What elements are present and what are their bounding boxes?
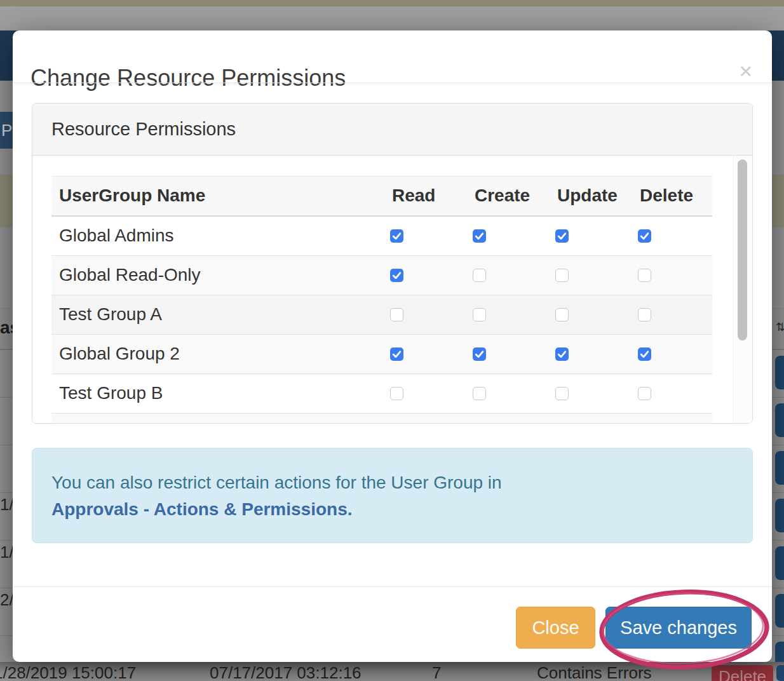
- checkbox-delete[interactable]: [638, 347, 651, 361]
- change-resource-permissions-modal: Change Resource Permissions ✕ Resource P…: [13, 30, 772, 662]
- info-alert-line2: Approvals - Actions & Permissions.: [51, 496, 733, 523]
- background-date-fragment: 1/: [0, 543, 14, 562]
- resource-permissions-panel: Resource Permissions UserGroup NameReadC…: [32, 103, 753, 424]
- checkbox-create[interactable]: [473, 347, 486, 361]
- background-top-area: [0, 6, 784, 30]
- background-blue-button-fragment: [775, 356, 784, 389]
- info-alert: You can also restrict certain actions fo…: [32, 448, 753, 543]
- checkbox-update[interactable]: [555, 387, 569, 400]
- background-date-fragment: 1/: [0, 495, 14, 515]
- modal-header-divider: [13, 83, 772, 83]
- checkbox-read[interactable]: [390, 308, 403, 321]
- checkbox-update[interactable]: [555, 308, 569, 321]
- checkbox-update[interactable]: [555, 269, 569, 282]
- column-header-update: Update: [557, 177, 618, 215]
- usergroup-name: Global Group 2: [59, 335, 180, 373]
- modal-footer-divider: [13, 586, 772, 587]
- checkbox-create[interactable]: [473, 308, 486, 321]
- modal-title: Change Resource Permissions: [30, 65, 346, 91]
- usergroup-name: Test Group A: [59, 295, 162, 334]
- background-blue-button-fragment: [775, 403, 784, 437]
- save-changes-button[interactable]: Save changes: [605, 607, 752, 649]
- background-blue-button-fragment: [775, 499, 784, 532]
- close-button[interactable]: Close: [516, 607, 595, 649]
- background-blue-button-fragment: [776, 665, 784, 681]
- background-date-fragment: 2/: [0, 590, 14, 610]
- scrollbar-track[interactable]: [733, 156, 752, 423]
- permissions-table: UserGroup NameReadCreateUpdateDelete Glo…: [51, 176, 712, 423]
- checkbox-create[interactable]: [473, 387, 486, 400]
- scrollbar-thumb[interactable]: [738, 159, 747, 340]
- checkbox-update[interactable]: [555, 347, 569, 361]
- background-bottom-row: 1/28/2019 15:00:17 07/17/2017 03:12:16 7…: [0, 662, 784, 681]
- sort-caret-icon: ⇅: [776, 320, 784, 334]
- checkbox-delete[interactable]: [638, 308, 651, 321]
- checkbox-read[interactable]: [390, 229, 403, 243]
- checkbox-create[interactable]: [473, 269, 486, 282]
- close-icon[interactable]: ✕: [738, 64, 753, 81]
- screen: Pu as s ⇅ 1/1/2/ 1/28/2019 15:00:17 07/1…: [0, 0, 784, 681]
- background-blue-button-fragment: [775, 451, 784, 485]
- checkbox-delete[interactable]: [638, 269, 651, 282]
- approvals-permissions-link[interactable]: Approvals - Actions & Permissions: [51, 499, 348, 519]
- column-header-read: Read: [392, 177, 435, 215]
- panel-heading: Resource Permissions: [32, 104, 752, 156]
- table-row: Test Group B: [51, 374, 712, 414]
- background-cell-datetime-1: 1/28/2019 15:00:17: [0, 663, 136, 681]
- info-alert-suffix: .: [348, 499, 353, 519]
- checkbox-read[interactable]: [390, 269, 403, 282]
- checkbox-read[interactable]: [390, 347, 403, 361]
- background-blue-button-fragment: [775, 594, 784, 628]
- checkbox-delete[interactable]: [638, 387, 651, 400]
- checkbox-delete[interactable]: [638, 229, 651, 243]
- column-header-delete: Delete: [640, 177, 693, 215]
- background-cell-count: 7: [432, 663, 441, 681]
- table-row-clipped: [51, 414, 712, 423]
- info-alert-text: You can also restrict certain actions fo…: [51, 470, 733, 496]
- checkbox-read[interactable]: [390, 387, 403, 400]
- table-row: Global Group 2: [51, 335, 712, 374]
- background-blue-button-fragment: [775, 546, 784, 580]
- column-header-usergroup-name: UserGroup Name: [59, 177, 205, 215]
- usergroup-name: Global Read-Only: [59, 256, 201, 294]
- background-cell-status: Contains Errors: [537, 663, 652, 681]
- table-row: Test Group A: [51, 295, 712, 335]
- checkbox-update[interactable]: [555, 229, 569, 243]
- background-cell-datetime-2: 07/17/2017 03:12:16: [210, 663, 362, 681]
- usergroup-name: Test Group B: [59, 374, 163, 412]
- checkbox-create[interactable]: [473, 229, 486, 243]
- background-top-strip: [0, 0, 784, 6]
- column-header-create: Create: [475, 177, 530, 215]
- usergroup-name: Global Admins: [59, 217, 174, 255]
- table-header-row: UserGroup NameReadCreateUpdateDelete: [51, 176, 712, 217]
- delete-button: Delete: [712, 665, 773, 681]
- table-row: Global Admins: [51, 217, 712, 256]
- table-row: Global Read-Only: [51, 256, 712, 295]
